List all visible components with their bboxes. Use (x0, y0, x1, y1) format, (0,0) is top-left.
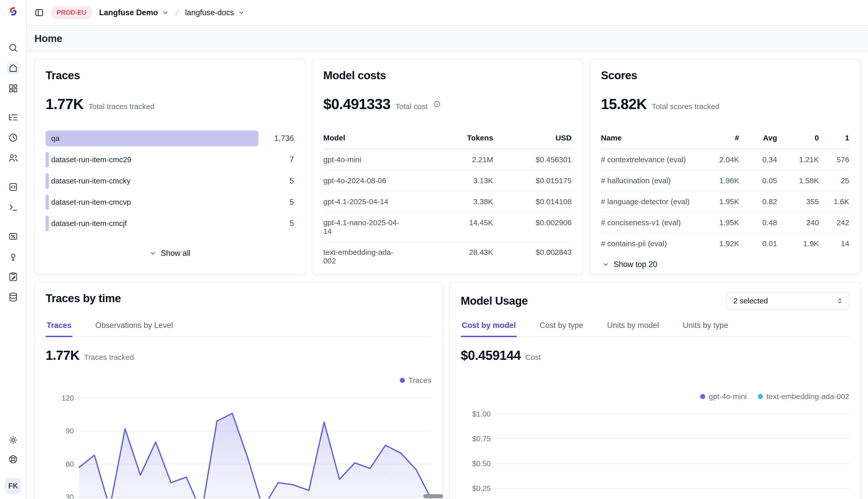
bar-value: 7 (259, 155, 294, 164)
bar-value: 5 (259, 177, 294, 185)
info-icon (433, 100, 441, 108)
bar-value: 5 (259, 219, 294, 228)
sidebar-item-sessions[interactable] (7, 131, 20, 144)
table-row: # hallucination (eval) 1.96K 0.05 1.58K … (601, 170, 849, 191)
model-usage-title: Model Usage (461, 294, 528, 307)
traces-tracked-label: Traces tracked (84, 353, 134, 362)
model-usage-tabs: Cost by model Cost by type Units by mode… (461, 321, 849, 337)
sidebar-item-judge[interactable] (7, 250, 20, 263)
model-filter-select[interactable]: 2 selected (726, 292, 849, 310)
show-top-20-button[interactable]: Show top 20 (601, 260, 849, 269)
project-switcher[interactable]: langfuse-docs (185, 8, 245, 17)
table-row: # contextrelevance (eval) 2.04K 0.34 1.2… (601, 149, 849, 170)
trace-bar-row[interactable]: dataset-run-item-cmcjf 5 (46, 216, 294, 231)
traces-by-time-tabs: Traces Observations by Level (46, 321, 431, 337)
trace-bar-row[interactable]: dataset-run-item-cmcky 5 (46, 173, 294, 189)
sidebar-item-support[interactable] (7, 453, 20, 466)
table-row: gpt-4.1-nano-2025-04-14 14.45K $0.002906 (323, 212, 572, 242)
environment-badge: PROD-EU (51, 6, 92, 19)
clipboard-pen-icon (8, 272, 18, 282)
traces-card-title: Traces (46, 69, 294, 82)
chevron-down-icon (149, 250, 157, 257)
trace-bar-row[interactable]: dataset-run-item-cmcvp 5 (46, 194, 294, 210)
traces-tracked-value: 1.77K (46, 348, 80, 363)
sidebar-nav (7, 41, 20, 303)
tab-observations-by-level[interactable]: Observations by Level (94, 321, 174, 337)
table-row: gpt-4.1-2025-04-14 3.38K $0.014108 (323, 191, 572, 212)
chevron-down-icon (602, 260, 609, 268)
usage-cost-label: Cost (525, 353, 541, 362)
lightbulb-icon (8, 252, 18, 261)
bar-label: dataset-run-item-cmcky (46, 177, 130, 185)
project-name: langfuse-docs (185, 8, 234, 17)
sidebar-item-home[interactable] (7, 62, 20, 74)
sidebar-item-users[interactable] (7, 151, 20, 164)
traces-card: Traces 1.77K Total traces tracked qa 1,7… (34, 59, 306, 275)
chevron-down-icon (238, 9, 245, 16)
sidebar-item-dashboards[interactable] (7, 82, 20, 95)
model-usage-card: Model Usage 2 selected Cost by model Cos… (449, 282, 861, 499)
page-title: Home (34, 33, 860, 44)
sidebar-item-settings[interactable] (7, 434, 20, 446)
user-avatar[interactable]: FK (5, 478, 21, 494)
bar-fill (46, 131, 259, 146)
tab-units-by-model[interactable]: Units by model (606, 321, 660, 337)
tab-units-by-type[interactable]: Units by type (682, 321, 729, 337)
table-row: gpt-4o-2024-08-06 3.13K $0.015175 (323, 170, 572, 191)
sidebar-item-prompts[interactable] (7, 181, 20, 193)
life-buoy-icon (8, 454, 18, 464)
database-icon (8, 292, 18, 302)
usage-cost-value: $0.459144 (461, 348, 521, 363)
legend-dot (700, 394, 705, 399)
traces-total-label: Total traces tracked (88, 102, 154, 111)
sidebar-item-models[interactable] (7, 291, 20, 303)
sidebar-item-evaluation[interactable] (7, 230, 20, 243)
info-tooltip-trigger[interactable] (433, 100, 441, 108)
trace-bar-row[interactable]: dataset-run-item-cmc29 7 (46, 152, 294, 168)
tab-traces[interactable]: Traces (46, 321, 72, 337)
bar-label: dataset-run-item-cmc29 (46, 155, 131, 164)
line-chart: $1.00$0.75$0.50$0.25 (461, 403, 849, 499)
bar-value: 5 (259, 198, 294, 207)
table-header: Model Tokens USD (323, 129, 572, 149)
model-costs-title: Model costs (323, 69, 572, 82)
legend-label: text-embedding-ada-002 (766, 392, 849, 401)
tab-cost-by-model[interactable]: Cost by model (461, 321, 517, 337)
chart-legend: gpt-4o-mini text-embedding-ada-002 (461, 392, 849, 401)
svg-text:60: 60 (66, 460, 74, 468)
traces-by-time-card: Traces by time Traces Observations by Le… (34, 282, 443, 499)
svg-text:120: 120 (61, 394, 74, 402)
legend-label: gpt-4o-mini (709, 392, 747, 401)
sidebar-toggle-button[interactable] (34, 8, 44, 17)
area-chart: 120906030 (46, 392, 431, 499)
legend-item: text-embedding-ada-002 (758, 392, 849, 401)
show-all-button[interactable]: Show all (46, 248, 294, 258)
sidebar-item-datasets[interactable] (7, 270, 20, 283)
prompts-file-code-icon (8, 182, 18, 192)
bar-label: qa (46, 134, 60, 143)
total-cost-value: $0.491333 (323, 95, 391, 112)
org-switcher[interactable]: Langfuse Demo (99, 8, 169, 17)
trace-bar-row[interactable]: qa 1,736 (46, 131, 294, 146)
search-icon (8, 43, 18, 53)
table-row: gpt-4o-mini 2.21M $0.456301 (323, 149, 572, 170)
sidebar-item-search[interactable] (7, 41, 20, 54)
terminal-icon (8, 202, 18, 212)
show-all-label: Show all (161, 249, 190, 258)
scores-title: Scores (601, 69, 849, 82)
chevron-down-icon (162, 9, 169, 16)
sidebar-item-playground[interactable] (7, 201, 20, 214)
traces-by-time-title: Traces by time (46, 292, 431, 305)
sidebar-item-tracing[interactable] (7, 111, 20, 124)
panel-left-icon (34, 8, 44, 17)
legend-item: gpt-4o-mini (700, 392, 747, 401)
dashboard-content: Traces 1.77K Total traces tracked qa 1,7… (27, 52, 868, 499)
gear-icon (8, 435, 18, 445)
users-icon (8, 153, 18, 163)
horizontal-scrollbar-thumb[interactable] (423, 494, 443, 498)
unfold-chevrons-icon (836, 297, 844, 305)
svg-text:$0.25: $0.25 (472, 484, 490, 492)
col-usd: USD (493, 134, 571, 142)
svg-text:$0.50: $0.50 (472, 460, 490, 467)
tab-cost-by-type[interactable]: Cost by type (538, 321, 584, 337)
